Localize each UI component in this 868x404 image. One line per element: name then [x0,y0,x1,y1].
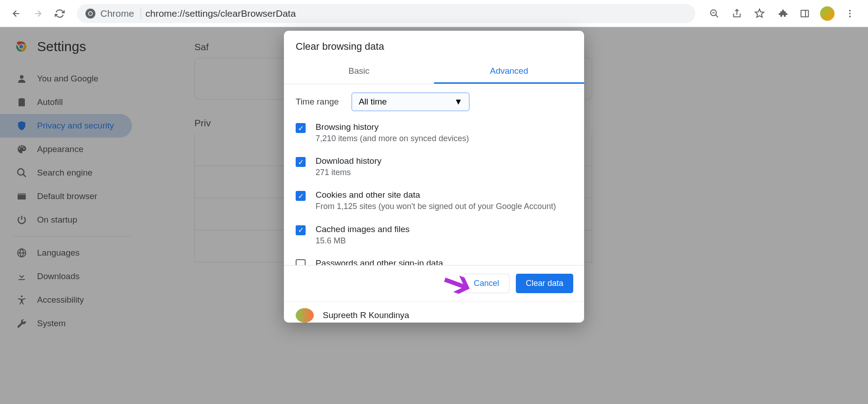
checkbox[interactable] [296,259,306,265]
back-button[interactable] [8,5,24,22]
svg-point-6 [849,13,851,14]
bookmark-star-icon[interactable] [750,4,769,24]
user-avatar-icon [296,308,314,323]
chrome-site-icon [85,8,96,19]
forward-button[interactable] [30,5,46,22]
user-name: Supreeth R Koundinya [323,310,409,320]
dialog-user-row: Supreeth R Koundinya [284,301,584,323]
option-title: Cached images and files [316,224,410,234]
dialog-title: Clear browsing data [284,31,584,55]
checkbox-row-cache[interactable]: ✓ Cached images and files15.6 MB [296,220,572,254]
option-sub: 7,210 items (and more on synced devices) [316,133,469,144]
dialog-tabs: Basic Advanced [284,59,584,84]
checkbox-row-passwords[interactable]: Passwords and other sign-in data69 passw… [296,254,572,265]
option-sub: 15.6 MB [316,235,410,247]
tab-basic[interactable]: Basic [284,59,434,84]
clear-browsing-data-dialog: Clear browsing data Basic Advanced Time … [284,31,584,323]
option-title: Passwords and other sign-in data [316,258,572,265]
address-bar[interactable]: Chrome chrome://settings/clearBrowserDat… [77,4,695,23]
svg-point-2 [89,12,92,15]
chevron-down-icon: ▼ [454,97,463,107]
time-range-value: All time [359,97,387,107]
checkbox[interactable]: ✓ [296,191,306,201]
option-sub: From 1,125 sites (you won't be signed ou… [316,201,556,212]
menu-kebab-icon[interactable] [840,4,860,24]
dialog-footer: ➔ Cancel Clear data [284,265,584,301]
reload-button[interactable] [52,5,68,22]
checkbox[interactable]: ✓ [296,225,306,235]
time-range-select[interactable]: All time ▼ [351,92,470,111]
checkbox-row-browsing-history[interactable]: ✓ Browsing history7,210 items (and more … [296,118,572,152]
extensions-icon[interactable] [772,4,792,24]
clear-data-button[interactable]: Clear data [516,274,573,293]
address-app-label: Chrome [100,8,141,19]
checkbox-row-cookies[interactable]: ✓ Cookies and other site dataFrom 1,125 … [296,185,572,219]
side-panel-icon[interactable] [795,4,815,24]
option-title: Download history [316,156,382,166]
checkbox[interactable]: ✓ [296,123,306,133]
tab-advanced[interactable]: Advanced [434,59,584,84]
cancel-button[interactable]: Cancel [463,274,509,293]
option-title: Browsing history [316,122,469,132]
share-icon[interactable] [727,4,747,24]
checkbox-row-download-history[interactable]: ✓ Download history271 items [296,152,572,185]
address-url: chrome://settings/clearBrowserData [146,8,296,19]
time-range-row: Time range All time ▼ [296,84,572,118]
option-title: Cookies and other site data [316,190,556,200]
svg-rect-4 [801,10,809,17]
time-range-label: Time range [296,97,339,107]
dialog-body: Time range All time ▼ ✓ Browsing history… [284,84,584,265]
zoom-icon[interactable] [704,4,724,24]
profile-avatar[interactable] [817,4,837,24]
svg-point-5 [849,10,851,11]
svg-point-7 [849,15,851,17]
option-sub: 271 items [316,167,382,178]
browser-toolbar: Chrome chrome://settings/clearBrowserDat… [0,0,868,27]
checkbox[interactable]: ✓ [296,157,306,167]
